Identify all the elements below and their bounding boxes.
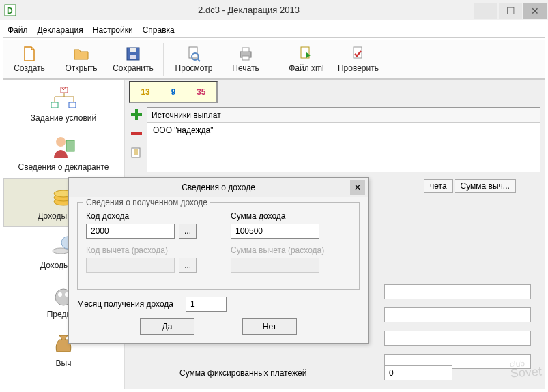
svg-point-15 (56, 137, 66, 147)
conditions-icon (50, 86, 77, 110)
close-icon: ✕ (354, 183, 361, 192)
toolbar: Создать Открыть Сохранить Просмотр Печат… (3, 40, 545, 79)
sources-header: Источники выплат (152, 110, 221, 120)
deduction-sum-input (231, 258, 319, 273)
person-icon (50, 135, 77, 160)
tabs: чета Сумма выч... (424, 179, 538, 193)
sidebar-item-conditions[interactable]: Задание условий (3, 80, 124, 129)
detail-field-1[interactable] (384, 284, 531, 299)
fixed-payments-input[interactable] (384, 365, 452, 380)
add-source-button[interactable] (129, 107, 144, 122)
preview-icon (186, 46, 202, 62)
save-icon (125, 46, 141, 62)
remove-source-button[interactable] (129, 126, 144, 141)
app-icon: D (4, 4, 16, 16)
toolbar-xml[interactable]: Файл xml (280, 41, 332, 78)
deduction-code-input (86, 258, 175, 273)
toolbar-separator (276, 43, 276, 76)
rate-35[interactable]: 35 (197, 87, 205, 97)
svg-rect-12 (61, 87, 68, 93)
toolbar-print[interactable]: Печать (220, 41, 272, 78)
fixed-payments-label: Сумма фиксированных платежей (179, 368, 306, 378)
window-title: 2.dc3 - Декларация 2013 (23, 5, 474, 15)
income-code-label: Код дохода (86, 211, 197, 221)
minimize-button[interactable]: — (474, 3, 497, 19)
tab-account[interactable]: чета (424, 179, 453, 193)
svg-rect-5 (189, 47, 197, 58)
income-code-lookup-button[interactable]: ... (179, 224, 197, 239)
detail-field-3[interactable] (384, 331, 531, 346)
toolbar-view[interactable]: Просмотр (168, 41, 220, 78)
svg-rect-4 (130, 55, 136, 59)
menu-settings[interactable]: Настройки (93, 25, 133, 35)
menu-file[interactable]: Файл (8, 25, 28, 35)
svg-text:D: D (7, 6, 13, 16)
toolbar-check[interactable]: Проверить (332, 41, 384, 78)
dialog-yes-button[interactable]: Да (140, 318, 194, 335)
rate-panel: 13 9 35 (129, 81, 218, 103)
income-code-input[interactable] (86, 224, 175, 239)
window-titlebar: D 2.dc3 - Декларация 2013 — ☐ ✕ (0, 0, 548, 20)
close-button[interactable]: ✕ (523, 3, 547, 19)
svg-rect-27 (131, 132, 142, 135)
xml-export-icon (298, 46, 315, 62)
svg-rect-26 (131, 113, 142, 116)
menu-help[interactable]: Справка (143, 25, 175, 35)
dialog-title: Сведения о доходе (182, 183, 255, 192)
deduction-code-lookup-button: ... (179, 258, 197, 273)
maximize-button[interactable]: ☐ (499, 3, 522, 19)
income-dialog: Сведения о доходе ✕ Сведения о полученно… (68, 177, 369, 344)
svg-rect-14 (69, 102, 76, 108)
income-month-label: Месяц получения дохода (77, 299, 173, 309)
toolbar-save[interactable]: Сохранить (107, 41, 159, 78)
source-row[interactable]: ООО "надежда" (147, 123, 540, 138)
income-sum-label: Сумма дохода (231, 211, 319, 221)
dialog-titlebar[interactable]: Сведения о доходе ✕ (69, 178, 368, 197)
detail-field-2[interactable] (384, 307, 531, 322)
svg-rect-28 (132, 148, 140, 157)
svg-rect-16 (66, 140, 74, 151)
deduction-code-label: Код вычета (расхода) (86, 245, 197, 255)
check-icon (350, 46, 366, 62)
folder-open-icon (73, 46, 89, 62)
svg-rect-13 (51, 102, 58, 108)
income-sum-input[interactable] (231, 224, 319, 239)
deduction-sum-label: Сумма вычета (расхода) (231, 245, 324, 255)
toolbar-open[interactable]: Открыть (55, 41, 107, 78)
toolbar-separator (163, 43, 164, 76)
fieldset-legend: Сведения о полученном доходе (83, 198, 210, 207)
svg-rect-8 (242, 48, 249, 52)
sources-list[interactable]: Источники выплат ООО "надежда" (147, 107, 540, 172)
rate-13[interactable]: 13 (141, 87, 149, 97)
income-month-input[interactable] (186, 297, 227, 312)
dialog-no-button[interactable]: Нет (242, 318, 297, 335)
menu-bar: Файл Декларация Настройки Справка (3, 22, 545, 38)
rate-9[interactable]: 9 (171, 87, 176, 97)
toolbar-create[interactable]: Создать (3, 41, 55, 78)
edit-source-button[interactable] (129, 145, 144, 160)
sidebar-item-declarant[interactable]: Сведения о декларанте (3, 129, 124, 178)
svg-point-23 (58, 292, 62, 297)
new-file-icon (21, 46, 38, 62)
print-icon (237, 46, 254, 62)
source-tools (129, 107, 144, 164)
tab-deduction-sum[interactable]: Сумма выч... (455, 179, 516, 193)
dialog-close-button[interactable]: ✕ (350, 180, 365, 195)
income-fieldset: Сведения о полученном доходе Код дохода … (77, 202, 360, 290)
menu-declaration[interactable]: Декларация (38, 25, 83, 35)
svg-rect-3 (130, 48, 136, 52)
svg-rect-9 (242, 56, 249, 60)
